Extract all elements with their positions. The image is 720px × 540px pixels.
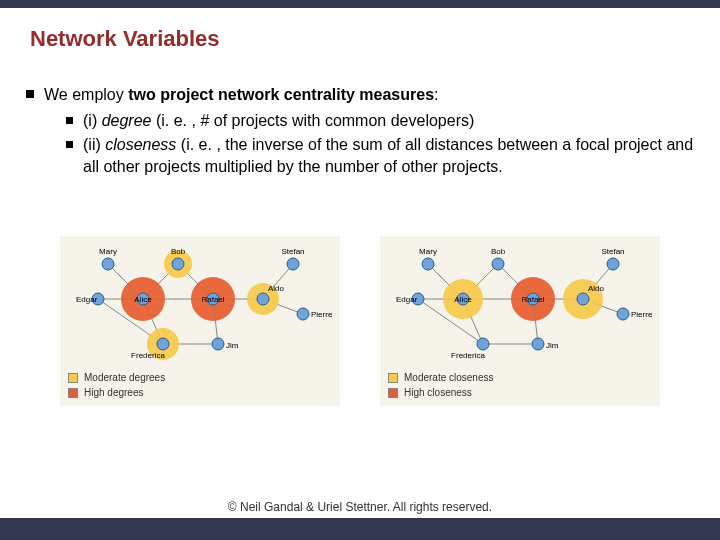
svg-point-48	[577, 293, 589, 305]
footer-text: © Neil Gandal & Uriel Stettner. All righ…	[0, 496, 720, 518]
legend-degrees: Moderate degrees High degrees	[68, 370, 332, 400]
node-label: Frederica	[451, 351, 485, 360]
swatch-yellow-icon	[388, 373, 398, 383]
node-label: Stefan	[601, 247, 624, 256]
svg-point-18	[172, 258, 184, 270]
svg-point-44	[607, 258, 619, 270]
text: (i. e. , # of projects with common devel…	[151, 112, 474, 129]
bullet-square-icon	[26, 90, 34, 98]
diagram-closeness: Mary Bob Stefan Edgar Alice Rafael Aldo …	[380, 236, 660, 406]
svg-point-17	[102, 258, 114, 270]
svg-point-23	[257, 293, 269, 305]
text-bold: two project network centrality measures	[128, 86, 434, 103]
node-label: Alice	[134, 295, 152, 304]
text: We employ	[44, 86, 128, 103]
swatch-red-icon	[388, 388, 398, 398]
top-border	[0, 0, 720, 8]
text-italic: closeness	[105, 136, 176, 153]
diagrams-row: Mary Bob Stefan Edgar Alice Rafael Aldo …	[0, 236, 720, 406]
text: :	[434, 86, 438, 103]
legend-label: Moderate degrees	[84, 370, 165, 385]
node-label: Alice	[454, 295, 472, 304]
svg-point-42	[422, 258, 434, 270]
node-label: Aldo	[588, 284, 605, 293]
bullet-main: We employ two project network centrality…	[26, 84, 694, 106]
node-label: Edgar	[396, 295, 418, 304]
node-label: Mary	[419, 247, 437, 256]
legend-closeness: Moderate closeness High closeness	[388, 370, 652, 400]
content-area: We employ two project network centrality…	[26, 84, 694, 181]
node-label: Mary	[99, 247, 117, 256]
svg-point-43	[492, 258, 504, 270]
bullet-square-icon	[66, 141, 73, 148]
swatch-yellow-icon	[68, 373, 78, 383]
node-label: Edgar	[76, 295, 98, 304]
text: (i)	[83, 112, 102, 129]
text: (ii)	[83, 136, 105, 153]
svg-point-25	[157, 338, 169, 350]
svg-point-51	[532, 338, 544, 350]
svg-point-24	[297, 308, 309, 320]
svg-point-19	[287, 258, 299, 270]
node-label: Aldo	[268, 284, 285, 293]
node-label: Bob	[491, 247, 506, 256]
node-label: Rafael	[521, 295, 544, 304]
node-label: Frederica	[131, 351, 165, 360]
bottom-border	[0, 518, 720, 540]
svg-point-49	[617, 308, 629, 320]
node-label: Pierre	[631, 310, 652, 319]
swatch-red-icon	[68, 388, 78, 398]
legend-label: Moderate closeness	[404, 370, 494, 385]
slide-title: Network Variables	[30, 26, 220, 52]
node-label: Bob	[171, 247, 186, 256]
svg-point-50	[477, 338, 489, 350]
legend-label: High closeness	[404, 385, 472, 400]
node-label: Pierre	[311, 310, 332, 319]
legend-label: High degrees	[84, 385, 143, 400]
text-italic: degree	[102, 112, 152, 129]
bullet-square-icon	[66, 117, 73, 124]
node-label: Jim	[226, 341, 239, 350]
bullet-sub-2: (ii) closeness (i. e. , the inverse of t…	[66, 134, 694, 179]
node-label: Jim	[546, 341, 559, 350]
node-label: Stefan	[281, 247, 304, 256]
diagram-degrees: Mary Bob Stefan Edgar Alice Rafael Aldo …	[60, 236, 340, 406]
svg-point-26	[212, 338, 224, 350]
node-label: Rafael	[201, 295, 224, 304]
bullet-sub-1: (i) degree (i. e. , # of projects with c…	[66, 110, 694, 132]
